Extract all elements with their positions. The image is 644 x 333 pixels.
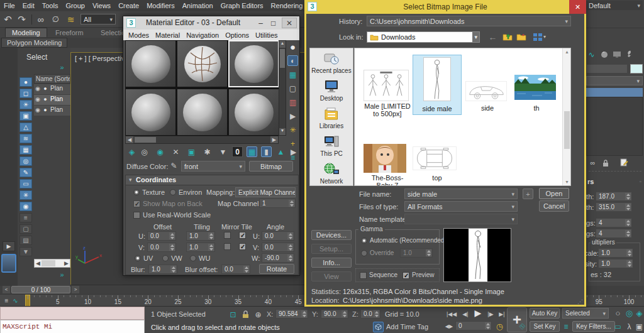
uv-tiling-icon[interactable]: ▢ (287, 83, 298, 94)
filter-cameras-icon[interactable]: ▣ (19, 111, 32, 121)
length-field[interactable]: 187.0 (596, 192, 632, 201)
scale-field[interactable]: 1.0 (598, 248, 633, 258)
options-icon[interactable]: ✳ (287, 124, 298, 135)
dialog-close-icon[interactable]: ✕ (569, 0, 586, 14)
selection-filter-combo[interactable]: All (80, 14, 116, 25)
frozen-dot-icon[interactable]: ● (42, 96, 49, 103)
explorer-row[interactable]: ◉ ● Plan (34, 84, 70, 94)
scroll-thumb[interactable] (135, 137, 156, 143)
material-slot-3-active[interactable] (228, 40, 279, 87)
vw-radio[interactable] (162, 255, 169, 261)
scroll-left-arrow[interactable]: ◀ (35, 260, 42, 266)
key-filter-set-combo[interactable]: Selected (562, 308, 609, 319)
viewport-layout-tab[interactable] (1, 254, 16, 273)
gamma-override-field[interactable]: 1.0 (400, 248, 433, 258)
key-pose-icon[interactable]: ≡ (562, 321, 570, 332)
walk-through-icon[interactable]: λ (624, 321, 635, 332)
pin-stack-icon[interactable]: ∞ (587, 157, 598, 168)
setup-button[interactable]: Setup... (311, 244, 352, 254)
file-name-combo[interactable]: side male (404, 188, 518, 199)
curve-toggle-icon[interactable]: ∿ (10, 295, 21, 306)
explorer-column-header[interactable]: Name (Sorted A (34, 74, 70, 84)
view-button[interactable]: View (311, 271, 352, 281)
menu-graph-editors[interactable]: Graph Editors (217, 1, 267, 11)
scroll-right-arrow[interactable]: ▶ (63, 260, 70, 266)
spinner[interactable] (170, 266, 176, 273)
current-frame-field[interactable]: 0 (455, 321, 492, 330)
eye-icon[interactable]: ◉ (34, 106, 42, 114)
set-keys-big-button[interactable]: + ⚿ (507, 307, 527, 332)
v-tiling-field[interactable]: 1.0 (186, 243, 215, 252)
gamma-override-radio[interactable] (361, 250, 367, 256)
minimize-icon[interactable]: – (255, 18, 266, 28)
spinner[interactable] (426, 249, 431, 256)
time-configuration-icon[interactable]: ◷ (494, 321, 505, 332)
coordinates-rollout-header[interactable]: ▾ Coordinates (126, 175, 298, 185)
history-combo[interactable]: C:\Users\johnsmith\Downloads (367, 16, 571, 26)
material-slot-4[interactable] (125, 89, 176, 136)
look-in-combo[interactable]: Downloads (367, 31, 480, 43)
file-list[interactable]: Male [LIMITED to 500px] side male side (354, 48, 571, 186)
maxscript-listener-pink[interactable] (0, 307, 145, 320)
scroll-thumb[interactable] (42, 260, 55, 266)
make-unique-icon[interactable]: ✱ (202, 146, 213, 157)
place-network[interactable]: Network (310, 162, 353, 185)
color-check-icon[interactable]: ▥ (287, 97, 298, 107)
me-menu-modes[interactable]: Modes (128, 31, 149, 39)
explorer-list-view-icon[interactable]: ≡ (19, 213, 32, 222)
filter-shapes-icon[interactable]: ◻ (19, 89, 32, 98)
v-offset-field[interactable]: 0.0 (147, 243, 176, 252)
map-name-combo[interactable]: front (181, 161, 245, 172)
previous-key-button[interactable]: < (3, 286, 10, 293)
scroll-down-arrow[interactable]: ▼ (565, 180, 569, 184)
u-tiling-field[interactable]: 1.0 (186, 231, 215, 241)
devices-button[interactable]: Devices... (311, 230, 352, 240)
frame-arrows-icon[interactable]: ◀▶ (444, 321, 454, 332)
configure-modifier-sets-icon[interactable] (619, 157, 630, 168)
menu-modifiers[interactable]: Modifiers (143, 1, 179, 11)
rotate-button[interactable]: Rotate (259, 264, 294, 274)
spinner[interactable] (287, 244, 293, 251)
spinner[interactable] (625, 204, 631, 210)
menu-views[interactable]: Views (89, 1, 114, 11)
scroll-left-arrow[interactable]: ◀ (126, 136, 133, 143)
reset-map-icon[interactable]: ✕ (170, 146, 181, 157)
cancel-button[interactable]: Cancel (539, 200, 569, 212)
dialog-titlebar[interactable]: 3 Select Bitmap Image File ✕ (304, 0, 586, 14)
material-editor-titlebar[interactable]: 3 Material Editor - 03 - Default – □ ✕ (123, 16, 299, 30)
filter-bones-icon[interactable]: ✎ (19, 168, 32, 177)
sample-hscrollbar[interactable]: ◀ ▶ (125, 136, 279, 144)
object-color-swatch[interactable] (630, 64, 643, 74)
spinner[interactable] (208, 232, 214, 239)
tab-monitor-icon[interactable] (611, 49, 622, 60)
zoom-icon[interactable]: ○ (613, 308, 623, 319)
frozen-dot-icon[interactable]: ● (42, 106, 49, 114)
view-menu-icon[interactable]: ▾ (531, 31, 548, 42)
mapping-combo[interactable]: Explicit Map Channel (235, 187, 296, 197)
auto-key-button[interactable]: Auto Key (530, 308, 560, 319)
tab-freeform[interactable]: Freeform (49, 28, 90, 37)
spinner[interactable] (301, 310, 307, 317)
me-menu-options[interactable]: Options (225, 31, 249, 39)
put-library-icon[interactable]: ▼ (218, 146, 228, 157)
up-one-level-icon[interactable] (502, 31, 513, 42)
zoom-all-icon[interactable]: ◎ (624, 308, 635, 319)
absolute-offset-icon[interactable]: ⊕ (253, 309, 264, 320)
spinner[interactable] (625, 230, 631, 237)
bind-spacewarp-icon[interactable]: ≋ (65, 14, 76, 25)
filter-groups-icon[interactable]: ▦ (19, 145, 32, 155)
backlight-icon[interactable]: ◐ (287, 55, 298, 66)
menu-file[interactable]: File (0, 1, 19, 11)
explorer-row[interactable]: ◉ ● Plan (34, 106, 70, 116)
show-in-viewport-icon[interactable]: ▦ (247, 146, 257, 157)
isolate-selection-icon[interactable]: ⊡ (228, 309, 238, 320)
pencil-icon[interactable]: ✎ (169, 160, 179, 171)
filter-xrefs-icon[interactable]: ◎ (19, 156, 32, 166)
filter-spacewarps-icon[interactable]: ≋ (19, 134, 32, 143)
spinner[interactable] (243, 266, 249, 273)
tab-utilities-icon[interactable] (624, 49, 635, 60)
modifier-list-combo[interactable] (586, 76, 643, 85)
filter-containers-icon[interactable]: ▭ (19, 179, 32, 188)
expand-tray-icon[interactable]: ▶ (3, 241, 15, 251)
length-segs-field[interactable]: 4 (596, 218, 632, 227)
